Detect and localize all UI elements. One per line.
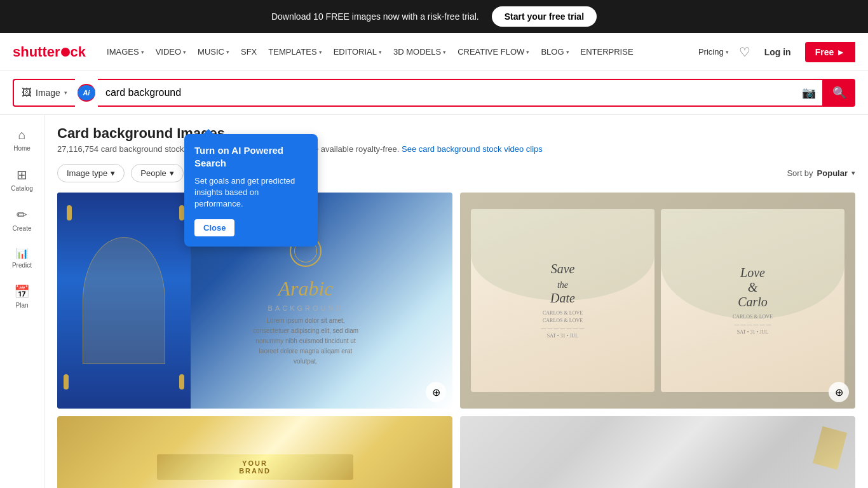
header: shutterck IMAGES ▾ VIDEO ▾ MUSIC ▾ SFX T… <box>0 33 868 71</box>
arabic-ornament <box>57 193 191 409</box>
ai-tooltip-close-button[interactable]: Close <box>194 219 234 236</box>
filters-bar: Image type ▾ People ▾ Artists ▾ More ▾ S… <box>57 164 855 182</box>
chevron-down-icon: ▾ <box>170 168 174 178</box>
camera-icon[interactable]: 📷 <box>802 86 816 100</box>
gold-panel-2: YOUR BRAND <box>157 454 353 480</box>
banner-text: Download 10 FREE images now with a risk-… <box>271 11 479 22</box>
ai-tooltip-body: Set goals and get predicted insights bas… <box>194 175 308 210</box>
image-type-icon: 🖼 <box>22 87 32 98</box>
sort-section: Sort by Popular ▾ <box>787 168 855 178</box>
love-carlo-text: Love&Carlo <box>738 266 768 309</box>
nav-video[interactable]: VIDEO ▾ <box>151 43 191 60</box>
predict-icon: 📊 <box>16 247 29 259</box>
nav-3dmodels[interactable]: 3D MODELS ▾ <box>388 43 451 60</box>
magnifier-icon: 🔍 <box>832 86 846 100</box>
lantern-left-top <box>67 205 72 220</box>
page-header: Card background Images 27,116,754 card b… <box>57 125 855 154</box>
header-right: Pricing ▾ ♡ Log in Free ► <box>693 42 855 62</box>
save-the-date-text: SavetheDate <box>550 262 575 306</box>
logo-circle-icon <box>61 48 70 57</box>
logo-text: shutterck <box>13 44 86 60</box>
sidebar-item-create[interactable]: ✏ Create <box>0 201 44 238</box>
sidebar: ⌂ Home ⊞ Catalog ✏ Create 📊 Predict 📅 Pl… <box>0 115 44 488</box>
filter-image-type[interactable]: Image type ▾ <box>57 164 125 182</box>
filter-people[interactable]: People ▾ <box>131 164 183 182</box>
logo[interactable]: shutterck <box>13 44 86 60</box>
nav-blog[interactable]: BLOG ▾ <box>536 43 574 60</box>
lantern-right-bottom <box>179 374 184 390</box>
wedding-card-left: SavetheDate CARLOS & LOVECARLOS & LOVE— … <box>471 209 654 392</box>
content-area: Card background Images 27,116,754 card b… <box>44 115 868 488</box>
nav-templates[interactable]: TEMPLATES ▾ <box>263 43 327 60</box>
nav-pricing[interactable]: Pricing ▾ <box>693 43 734 60</box>
sidebar-item-catalog[interactable]: ⊞ Catalog <box>0 161 44 198</box>
page-title: Card background Images <box>57 125 855 142</box>
chevron-down-icon: ▾ <box>319 49 322 55</box>
search-button[interactable]: 🔍 <box>824 79 855 107</box>
ai-search-badge[interactable]: Ai <box>78 84 95 102</box>
chevron-down-icon: ▾ <box>379 49 382 55</box>
chevron-down-icon: ▾ <box>183 49 186 55</box>
lantern-right-top <box>179 205 184 220</box>
login-button[interactable]: Log in <box>756 43 800 61</box>
lantern-left-bottom <box>64 374 69 390</box>
favorites-icon[interactable]: ♡ <box>739 44 750 60</box>
chevron-down-icon: ▾ <box>526 49 529 55</box>
sidebar-item-plan[interactable]: 📅 Plan <box>0 278 44 315</box>
image-card-floral[interactable]: SavetheDate CARLOS & LOVECARLOS & LOVE— … <box>460 193 855 409</box>
home-icon: ⌂ <box>18 128 25 142</box>
nav-music[interactable]: MUSIC ▾ <box>193 43 234 60</box>
chevron-down-icon: ▾ <box>443 49 446 55</box>
wedding-details-left: CARLOS & LOVECARLOS & LOVE— — — — — — —S… <box>541 309 585 340</box>
page-subtitle: 27,116,754 card background stock photos,… <box>57 144 855 154</box>
search-section: 🖼 Image ▾ Ai 📷 🔍 <box>0 71 868 115</box>
catalog-icon: ⊞ <box>17 167 27 182</box>
wedding-details-right: CARLOS & LOVE— — — — — —SAT • 31 • JUL <box>733 313 773 336</box>
wedding-card-right: Love&Carlo CARLOS & LOVE— — — — — —SAT •… <box>661 209 844 392</box>
nav-enterprise[interactable]: ENTERPRISE <box>576 43 639 60</box>
chevron-down-icon: ▾ <box>726 49 729 55</box>
create-icon: ✏ <box>17 207 27 222</box>
your-brand-text2: BRAND <box>239 467 271 475</box>
sort-chevron-icon: ▾ <box>851 169 855 177</box>
image-card-marble[interactable]: ⊕ <box>460 416 855 488</box>
trial-button[interactable]: Start your free trial <box>492 6 597 27</box>
sidebar-item-home[interactable]: ⌂ Home <box>0 121 44 158</box>
chevron-down-icon: ▾ <box>111 168 115 178</box>
arabic-lorem-text: Lorem ipsum dolor sit amet, consectetuer… <box>248 316 363 367</box>
main-nav: IMAGES ▾ VIDEO ▾ MUSIC ▾ SFX TEMPLATES ▾… <box>102 43 687 60</box>
plan-icon: 📅 <box>14 284 30 299</box>
search-input[interactable] <box>98 79 796 107</box>
zoom-button[interactable]: ⊕ <box>426 382 446 402</box>
ai-tooltip-title: Turn on AI Powered Search <box>194 144 308 169</box>
chevron-down-icon: ▾ <box>141 49 144 55</box>
main-layout: ⌂ Home ⊞ Catalog ✏ Create 📊 Predict 📅 Pl… <box>0 115 868 488</box>
nav-creative-flow[interactable]: CREATIVE FLOW ▾ <box>452 43 534 60</box>
sidebar-item-predict[interactable]: 📊 Predict <box>0 241 44 275</box>
arch-decoration <box>83 237 165 364</box>
top-banner: Download 10 FREE images now with a risk-… <box>0 0 868 33</box>
image-grid: Arabic BACKGROUND Lorem ipsum dolor sit … <box>57 193 855 488</box>
result-count: 27,116,754 <box>57 144 98 154</box>
image-card-gold[interactable]: YOUR BRAND ⊕ <box>57 416 452 488</box>
search-extras: 📷 <box>796 79 824 107</box>
ai-tooltip-popup: Turn on AI Powered Search Set goals and … <box>184 134 318 247</box>
gold-splash-accent <box>813 426 847 470</box>
zoom-button[interactable]: ⊕ <box>829 382 849 402</box>
free-button[interactable]: Free ► <box>805 42 855 62</box>
your-brand-text: YOUR <box>242 459 268 467</box>
chevron-down-icon: ▾ <box>566 49 569 55</box>
sort-value[interactable]: Popular <box>817 168 848 178</box>
video-clips-link[interactable]: See card background stock video clips <box>402 144 543 154</box>
chevron-down-icon: ▾ <box>64 90 67 96</box>
search-type-selector[interactable]: 🖼 Image ▾ <box>13 79 75 107</box>
nav-editorial[interactable]: EDITORIAL ▾ <box>329 43 387 60</box>
nav-sfx[interactable]: SFX <box>236 43 262 60</box>
chevron-down-icon: ▾ <box>226 49 229 55</box>
arabic-script-text: Arabic <box>248 277 363 301</box>
nav-images[interactable]: IMAGES ▾ <box>102 43 149 60</box>
arabic-background-label: BACKGROUND <box>248 304 363 312</box>
